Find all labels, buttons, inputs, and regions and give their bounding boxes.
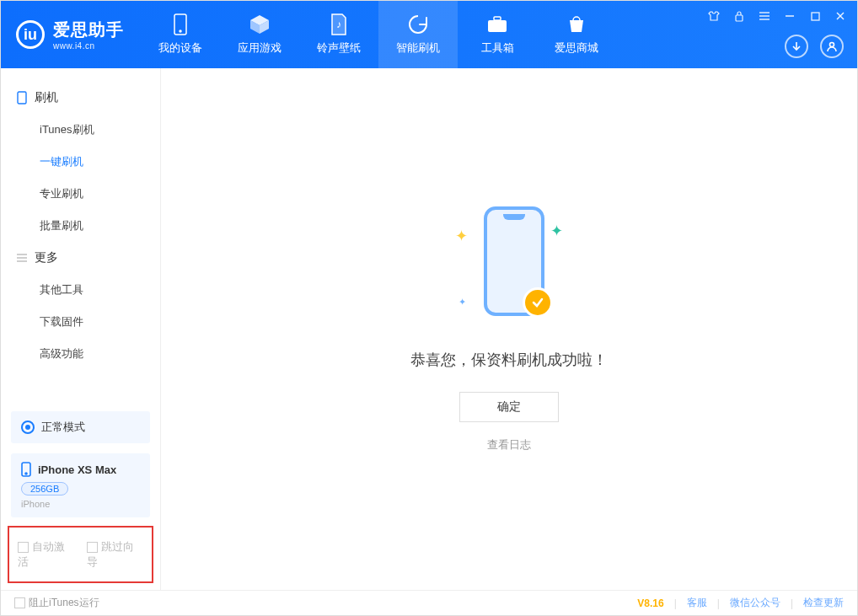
svg-point-20 bbox=[25, 473, 27, 474]
success-message: 恭喜您，保资料刷机成功啦！ bbox=[410, 350, 608, 370]
sparkle-icon: ✦ bbox=[550, 222, 563, 240]
app-header: iu 爱思助手 www.i4.cn 我的设备 应用游戏 ♪ 铃声壁纸 bbox=[1, 1, 857, 68]
checkbox-block-itunes[interactable]: 阻止iTunes运行 bbox=[14, 596, 99, 610]
maximize-button[interactable] bbox=[807, 8, 823, 24]
device-mode-card[interactable]: 正常模式 bbox=[11, 411, 150, 443]
checkbox-auto-activate[interactable]: 自动激活 bbox=[18, 539, 75, 570]
user-icon[interactable] bbox=[820, 35, 844, 58]
sidebar-group-flash: 刷机 bbox=[1, 82, 160, 114]
sidebar-item-other-tools[interactable]: 其他工具 bbox=[1, 274, 160, 306]
mode-icon bbox=[21, 420, 35, 434]
header-actions bbox=[785, 35, 844, 58]
device-outline-icon bbox=[16, 92, 28, 104]
download-icon[interactable] bbox=[785, 35, 808, 58]
tshirt-icon[interactable] bbox=[705, 8, 722, 24]
wechat-link[interactable]: 微信公众号 bbox=[730, 596, 780, 610]
tab-my-device[interactable]: 我的设备 bbox=[141, 1, 220, 68]
app-name: 爱思助手 bbox=[53, 19, 124, 41]
bag-icon bbox=[566, 13, 587, 35]
lock-icon[interactable] bbox=[731, 8, 748, 24]
device-info-card[interactable]: iPhone XS Max 256GB iPhone bbox=[11, 453, 150, 517]
cube-icon bbox=[249, 13, 271, 35]
app-url: www.i4.cn bbox=[53, 41, 124, 51]
svg-text:♪: ♪ bbox=[336, 19, 341, 30]
phone-icon bbox=[169, 13, 191, 35]
device-type: iPhone bbox=[21, 499, 140, 509]
device-name: iPhone XS Max bbox=[38, 463, 116, 476]
svg-rect-10 bbox=[812, 13, 819, 20]
mode-label: 正常模式 bbox=[41, 420, 85, 435]
minimize-button[interactable] bbox=[781, 8, 798, 24]
tab-ringtone-wallpaper[interactable]: ♪ 铃声壁纸 bbox=[299, 1, 378, 68]
menu-icon[interactable] bbox=[756, 8, 773, 24]
tab-apps-games[interactable]: 应用游戏 bbox=[220, 1, 299, 68]
svg-point-1 bbox=[180, 30, 181, 32]
sidebar-item-pro-flash[interactable]: 专业刷机 bbox=[1, 178, 160, 210]
sparkle-icon: ✦ bbox=[458, 297, 466, 308]
toolbox-icon bbox=[486, 13, 508, 35]
ok-button[interactable]: 确定 bbox=[459, 392, 559, 422]
logo-icon: iu bbox=[16, 20, 45, 49]
svg-point-14 bbox=[830, 43, 834, 47]
sidebar-item-download-firmware[interactable]: 下载固件 bbox=[1, 306, 160, 338]
status-bar: 阻止iTunes运行 V8.16 | 客服 | 微信公众号 | 检查更新 bbox=[1, 590, 857, 615]
sidebar-group-more: 更多 bbox=[1, 242, 160, 274]
sidebar-item-batch-flash[interactable]: 批量刷机 bbox=[1, 210, 160, 242]
phone-small-icon bbox=[21, 462, 31, 477]
checkmark-badge-icon bbox=[523, 287, 553, 318]
success-illustration: ✦ ✦ ✦ bbox=[450, 206, 568, 333]
svg-rect-5 bbox=[736, 15, 743, 21]
support-link[interactable]: 客服 bbox=[687, 596, 707, 610]
tab-toolbox[interactable]: 工具箱 bbox=[458, 1, 537, 68]
header-tabs: 我的设备 应用游戏 ♪ 铃声壁纸 智能刷机 工具箱 bbox=[141, 1, 616, 68]
check-update-link[interactable]: 检查更新 bbox=[803, 596, 844, 610]
main-content: ✦ ✦ ✦ 恭喜您，保资料刷机成功啦！ 确定 查看日志 bbox=[161, 68, 857, 590]
version-label: V8.16 bbox=[637, 597, 663, 609]
list-icon bbox=[16, 252, 28, 264]
app-logo: iu 爱思助手 www.i4.cn bbox=[1, 1, 141, 68]
sidebar-item-advanced[interactable]: 高级功能 bbox=[1, 338, 160, 370]
sidebar-item-oneclick-flash[interactable]: 一键刷机 bbox=[1, 146, 160, 178]
checkbox-skip-guide[interactable]: 跳过向导 bbox=[87, 539, 144, 570]
music-file-icon: ♪ bbox=[328, 13, 350, 35]
close-button[interactable] bbox=[832, 8, 849, 24]
highlighted-options: 自动激活 跳过向导 bbox=[8, 526, 153, 583]
refresh-shield-icon bbox=[407, 13, 429, 35]
svg-rect-4 bbox=[494, 17, 501, 20]
view-log-link[interactable]: 查看日志 bbox=[487, 437, 531, 453]
tab-smart-flash[interactable]: 智能刷机 bbox=[378, 1, 458, 68]
logo-text: 爱思助手 www.i4.cn bbox=[53, 19, 124, 51]
window-controls bbox=[705, 8, 849, 24]
sidebar-item-itunes-flash[interactable]: iTunes刷机 bbox=[1, 114, 160, 146]
svg-rect-3 bbox=[488, 20, 507, 32]
sidebar: 刷机 iTunes刷机 一键刷机 专业刷机 批量刷机 更多 其他工具 下载固件 … bbox=[1, 68, 161, 590]
tab-store[interactable]: 爱思商城 bbox=[537, 1, 616, 68]
device-storage-badge: 256GB bbox=[21, 482, 68, 495]
svg-rect-15 bbox=[18, 92, 26, 104]
sparkle-icon: ✦ bbox=[455, 227, 468, 245]
